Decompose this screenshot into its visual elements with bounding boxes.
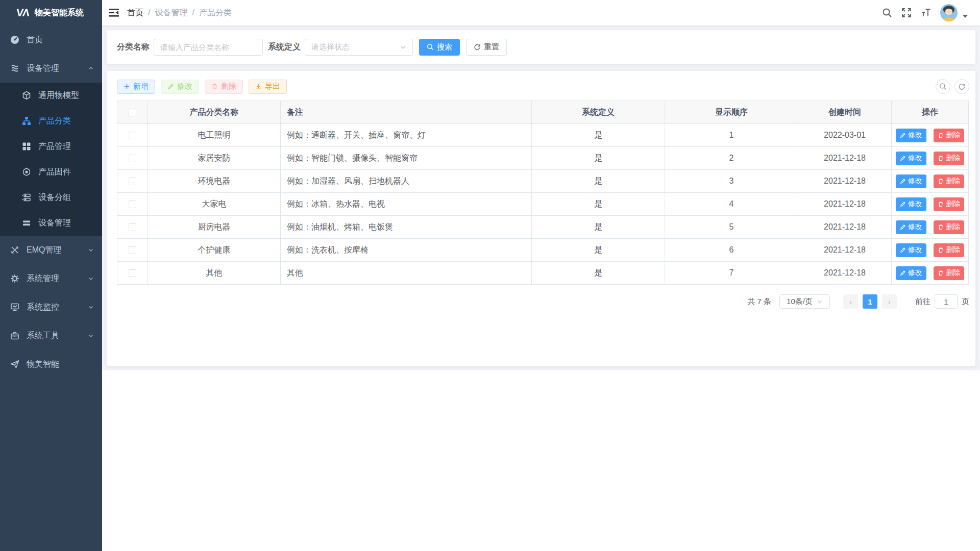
current-page-button[interactable]: 1 [863, 294, 877, 309]
edit-button[interactable]: 修改 [161, 80, 199, 94]
refresh-button[interactable] [954, 79, 969, 94]
sidebar-item-wumei-brand[interactable]: 物美智能 [0, 350, 102, 379]
sidebar-item-product-category[interactable]: 产品分类 [0, 108, 102, 134]
select-all-checkbox[interactable] [129, 109, 136, 116]
row-edit-button[interactable]: 修改 [896, 266, 926, 280]
sidebar-item-device-group[interactable]: 设备分组 [0, 185, 102, 210]
row-delete-button[interactable]: 删除 [934, 220, 964, 234]
select-placeholder: 请选择状态 [311, 42, 400, 52]
cell-created-time: 2021-12-18 [798, 193, 892, 216]
cell-display-order: 7 [665, 262, 798, 285]
refresh-icon [474, 43, 481, 51]
sidebar-item-product-firmware[interactable]: 产品固件 [0, 159, 102, 185]
category-name-input[interactable] [154, 39, 263, 56]
row-edit-button[interactable]: 修改 [896, 129, 926, 142]
row-checkbox[interactable] [129, 223, 136, 231]
app-logo[interactable]: VΛ 物美智能系统 [0, 0, 102, 26]
sidebar-item-thing-model[interactable]: 通用物模型 [0, 83, 102, 108]
row-checkbox[interactable] [129, 155, 136, 162]
cell-category-name: 电工照明 [148, 124, 281, 147]
cell-category-name: 厨房电器 [148, 216, 281, 239]
edit-pen-icon [900, 224, 906, 230]
page-size-select[interactable]: 10条/页 [779, 294, 830, 309]
device-layers-icon [10, 64, 19, 73]
delete-button[interactable]: 删除 [205, 80, 243, 94]
user-avatar[interactable] [940, 4, 958, 21]
reset-button[interactable]: 重置 [466, 39, 507, 56]
edit-pen-icon [900, 270, 906, 276]
row-delete-button[interactable]: 删除 [934, 129, 964, 142]
sidebar-item-device-management[interactable]: 设备管理 [0, 54, 102, 83]
row-checkbox[interactable] [129, 269, 136, 277]
export-button[interactable]: 导出 [249, 80, 287, 94]
sidebar-item-label: 产品固件 [38, 167, 94, 178]
cell-remark: 例如：油烟机、烤箱、电饭煲 [281, 216, 532, 239]
sidebar-item-system-monitor[interactable]: 系统监控 [0, 293, 102, 321]
font-size-icon[interactable] [921, 8, 931, 18]
row-edit-button[interactable]: 修改 [896, 220, 926, 234]
breadcrumb-home[interactable]: 首页 [127, 8, 143, 18]
cell-remark: 例如：洗衣机、按摩椅 [281, 239, 532, 262]
firmware-icon [22, 167, 31, 177]
sidebar-item-device-manage[interactable]: 设备管理 [0, 210, 102, 236]
search-button[interactable]: 搜索 [419, 39, 460, 56]
row-delete-button[interactable]: 删除 [934, 243, 964, 257]
cell-remark: 例如：智能门锁、摄像头、智能窗帘 [281, 147, 532, 170]
add-button[interactable]: 新增 [117, 80, 155, 94]
sidebar-item-label: 产品分类 [38, 116, 94, 127]
toggle-search-button[interactable] [936, 79, 950, 94]
sidebar-item-system-management[interactable]: 系统管理 [0, 264, 102, 293]
row-edit-button[interactable]: 修改 [896, 174, 926, 188]
breadcrumb-separator: / [148, 8, 150, 17]
chevron-down-icon [88, 276, 94, 282]
chevron-down-icon [817, 298, 823, 305]
system-defined-select[interactable]: 请选择状态 [305, 39, 413, 56]
cell-created-time: 2021-12-18 [798, 170, 892, 193]
row-checkbox[interactable] [129, 178, 136, 185]
row-delete-button[interactable]: 删除 [934, 266, 964, 280]
row-delete-button[interactable]: 删除 [934, 197, 964, 211]
chevron-down-icon [88, 333, 94, 339]
device-submenu: 通用物模型 产品分类 产品管理 产品固件 设备分组 [0, 83, 102, 236]
col-header-actions: 操作 [892, 101, 969, 124]
row-edit-button[interactable]: 修改 [896, 243, 926, 257]
row-edit-button[interactable]: 修改 [896, 197, 926, 211]
shuffle-arrows-icon [10, 245, 19, 255]
col-header-created: 创建时间 [798, 101, 892, 124]
table-row: 电工照明 例如：通断器、开关、插座、窗帘、灯 是 1 2022-03-01 修改… [117, 124, 969, 147]
page-unit-label: 页 [962, 297, 969, 307]
row-delete-button[interactable]: 删除 [934, 174, 964, 188]
sidebar-item-label: EMQ管理 [27, 245, 88, 256]
row-edit-button[interactable]: 修改 [896, 152, 926, 165]
plus-icon [124, 83, 130, 90]
goto-page-input[interactable] [935, 294, 958, 309]
row-delete-button[interactable]: 删除 [934, 152, 964, 165]
sidebar-item-system-tools[interactable]: 系统工具 [0, 321, 102, 350]
fullscreen-icon[interactable] [901, 8, 912, 18]
cell-system-defined: 是 [532, 216, 665, 239]
table-row: 厨房电器 例如：油烟机、烤箱、电饭煲 是 5 2021-12-18 修改 删除 [117, 216, 969, 239]
paper-plane-icon [10, 360, 19, 369]
cell-created-time: 2021-12-18 [798, 262, 892, 285]
sidebar-item-emq[interactable]: EMQ管理 [0, 236, 102, 264]
table-row: 大家电 例如：冰箱、热水器、电视 是 4 2021-12-18 修改 删除 [117, 193, 969, 216]
next-page-button[interactable]: › [882, 294, 897, 309]
row-checkbox[interactable] [129, 201, 136, 208]
row-checkbox[interactable] [129, 246, 136, 254]
sidebar-item-home[interactable]: 首页 [0, 26, 102, 54]
cell-created-time: 2021-12-18 [798, 147, 892, 170]
filter-panel: 分类名称 系统定义 请选择状态 搜索 重置 [106, 30, 976, 64]
sidebar-toggle-icon[interactable] [108, 8, 119, 17]
cell-display-order: 4 [665, 193, 798, 216]
cell-remark: 例如：通断器、开关、插座、窗帘、灯 [281, 124, 532, 147]
row-checkbox[interactable] [129, 132, 136, 139]
gear-icon [10, 274, 19, 283]
search-icon[interactable] [882, 8, 892, 18]
user-menu-caret-icon[interactable] [963, 15, 968, 18]
sidebar-item-label: 系统工具 [27, 331, 88, 341]
edit-pen-icon [900, 247, 906, 253]
prev-page-button[interactable]: ‹ [843, 294, 858, 309]
cell-display-order: 3 [665, 170, 798, 193]
sidebar-item-product-management[interactable]: 产品管理 [0, 134, 102, 159]
table-panel: 新增 修改 删除 导出 [106, 70, 976, 366]
